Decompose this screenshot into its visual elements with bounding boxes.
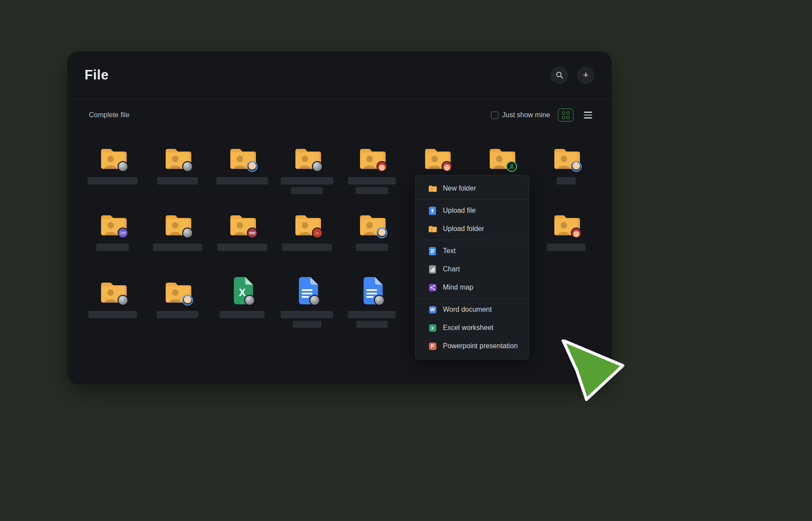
plus-icon: + [583, 70, 589, 80]
menu-item-label: Word document [443, 306, 492, 313]
owner-avatar-gray [182, 161, 193, 172]
mindmap-icon [428, 283, 437, 292]
owner-avatar-gray [309, 295, 320, 306]
excel-icon: x [428, 323, 437, 332]
owner-avatar-boy [571, 161, 582, 172]
menu-group: New folder [416, 178, 529, 199]
file-name-placeholder [96, 244, 129, 251]
file-item[interactable]: 志程 [80, 208, 145, 276]
file-item[interactable] [145, 142, 210, 208]
file-item[interactable] [80, 142, 145, 208]
file-item[interactable]: LI [275, 208, 339, 276]
menu-item-upload-folder[interactable]: Upload folder [416, 220, 529, 238]
owner-avatar-boy [247, 161, 258, 172]
file-name-placeholder [217, 244, 267, 251]
menu-item-powerpoint-presentation[interactable]: PPowerpoint presentation [416, 337, 529, 355]
menu-item-label: Upload folder [443, 225, 484, 233]
owner-avatar-gray [312, 161, 323, 172]
menu-item-label: Upload file [443, 207, 476, 214]
add-button[interactable]: + [577, 67, 594, 84]
file-item[interactable] [210, 142, 275, 208]
file-name-placeholder [219, 311, 265, 318]
file-name-placeholder [88, 177, 138, 185]
grid-view-button[interactable] [558, 109, 573, 122]
create-context-menu: New folder Upload file Upload folder Tex… [415, 175, 529, 359]
file-item[interactable] [340, 276, 404, 328]
file-item[interactable]: 丽丽 [210, 208, 275, 276]
just-show-mine-label: Just show mine [502, 111, 550, 119]
file-name-placeholder [348, 177, 396, 185]
menu-item-new-folder[interactable]: New folder [416, 179, 529, 198]
file-name-placeholder [348, 311, 396, 318]
menu-item-excel-worksheet[interactable]: xExcel worksheet [416, 319, 529, 337]
file-name-placeholder [356, 187, 388, 194]
menu-item-label: New folder [443, 185, 476, 192]
list-view-button[interactable] [581, 109, 594, 122]
owner-avatar-girl [442, 161, 452, 172]
file-name-placeholder [153, 244, 202, 251]
owner-avatar-redli: LI [312, 228, 323, 238]
ppt-icon: P [428, 342, 437, 350]
owner-avatar-boy [182, 295, 193, 306]
menu-item-word-document[interactable]: WWord document [416, 300, 529, 319]
file-name-placeholder [281, 311, 333, 318]
menu-item-label: Mind map [443, 284, 473, 291]
search-button[interactable] [551, 67, 568, 84]
file-name-placeholder [157, 177, 198, 185]
just-show-mine-checkbox[interactable] [491, 112, 498, 119]
word-icon: W [428, 305, 437, 314]
file-name-placeholder [157, 311, 198, 318]
new-folder-icon [428, 184, 437, 193]
owner-avatar-girl [377, 161, 387, 172]
text-icon [428, 247, 437, 255]
owner-avatar-girl [571, 228, 582, 238]
owner-avatar-gray [118, 295, 128, 306]
cursor-arrow [560, 340, 625, 404]
list-view-icon [584, 112, 592, 113]
owner-avatar-green [506, 161, 517, 172]
owner-avatar-purple: 志程 [118, 228, 128, 238]
owner-avatar-gray [244, 295, 255, 306]
upload-folder-icon [428, 224, 437, 233]
menu-item-upload-file[interactable]: Upload file [416, 201, 529, 220]
menu-item-text[interactable]: Text [416, 242, 529, 260]
owner-avatar-boy [377, 228, 387, 238]
window-header: File + [67, 51, 612, 99]
file-name-placeholder [281, 177, 333, 185]
file-item[interactable] [275, 276, 339, 328]
file-grid: 志程 丽丽 LI X [67, 131, 612, 328]
menu-item-label: Powerpoint presentation [443, 342, 518, 350]
file-name-placeholder [282, 244, 332, 251]
file-item[interactable]: X [210, 276, 275, 328]
file-name-placeholder [88, 311, 137, 318]
file-item[interactable] [145, 208, 210, 276]
chart-icon [428, 265, 437, 274]
upload-file-icon [428, 206, 437, 215]
file-item[interactable] [534, 142, 599, 208]
file-item[interactable] [534, 208, 599, 276]
menu-group: Text Chart Mind map [416, 240, 529, 298]
owner-avatar-maroon: 丽丽 [247, 228, 258, 238]
menu-item-chart[interactable]: Chart [416, 260, 529, 278]
menu-item-label: Chart [443, 265, 460, 273]
just-show-mine-toggle[interactable]: Just show mine [491, 111, 550, 119]
owner-avatar-gray [118, 161, 128, 172]
menu-item-label: Excel worksheet [443, 324, 494, 332]
owner-avatar-gray [374, 295, 385, 306]
file-name-placeholder [557, 177, 576, 185]
file-app-window: File + Complete file Just show mine [67, 51, 612, 384]
toolbar: Complete file Just show mine [67, 99, 612, 131]
menu-group: Upload file Upload folder [416, 199, 529, 240]
file-item[interactable] [340, 208, 404, 276]
menu-group: WWord documentxExcel worksheetPPowerpoin… [416, 298, 529, 357]
file-name-placeholder [216, 177, 268, 185]
search-icon [556, 71, 563, 79]
file-item[interactable] [340, 142, 404, 208]
file-item[interactable] [275, 142, 339, 208]
file-item[interactable] [80, 276, 145, 328]
desktop-background: { "window": { "title": "File" }, "header… [0, 0, 812, 521]
file-item[interactable] [145, 276, 210, 328]
menu-item-mind-map[interactable]: Mind map [416, 278, 529, 297]
file-name-placeholder [356, 244, 388, 251]
menu-item-label: Text [443, 247, 455, 255]
